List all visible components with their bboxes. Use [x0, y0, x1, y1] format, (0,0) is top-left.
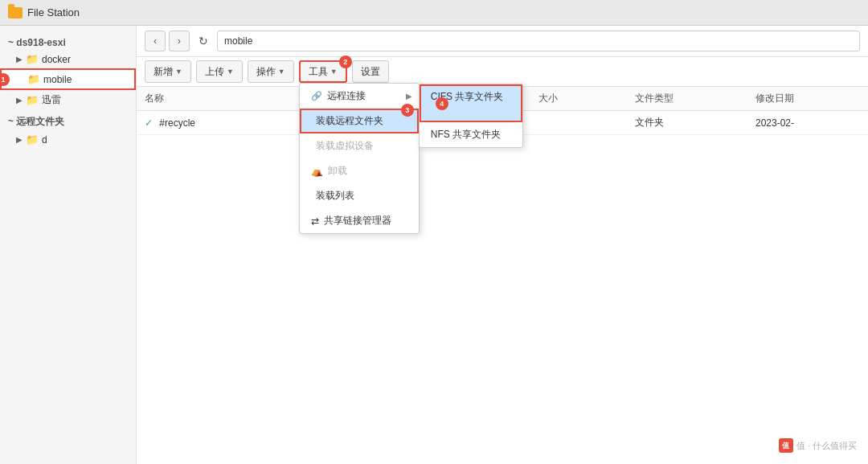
sidebar-server-label: ~ ds918-esxi	[0, 32, 136, 50]
col-type: 文件类型	[627, 87, 747, 111]
watermark-logo: 值	[779, 438, 793, 453]
unmount-icon: ⛺	[311, 166, 323, 177]
file-size-cell	[530, 111, 627, 135]
col-size: 大小	[530, 87, 627, 111]
toolbar: ‹ › ↻	[137, 26, 868, 57]
tools-dropdown-menu: 🔗 远程连接 ▶ CIFS 共享文件夹 4 NFS 共享文件夹	[299, 83, 420, 234]
share-manager-item[interactable]: ⇄ 共享链接管理器	[300, 208, 419, 233]
tools-dropdown-container: 工具 ▼ 2 🔗 远程连接 ▶ CIFS 共享文件夹	[299, 60, 347, 83]
main-content: ‹ › ↻ 新增 ▼ 上传 ▼ 操作 ▼ 工具 ▼	[137, 26, 868, 464]
operate-button[interactable]: 操作 ▼	[248, 60, 294, 83]
settings-button[interactable]: 设置	[352, 60, 389, 83]
col-date: 修改日期	[747, 87, 868, 111]
folder-icon: 📁	[26, 94, 39, 106]
caret-icon: ▼	[278, 68, 285, 76]
badge-1: 1	[0, 73, 10, 86]
sidebar-remote-label: ~ 远程文件夹	[0, 110, 136, 130]
action-bar: 新增 ▼ 上传 ▼ 操作 ▼ 工具 ▼ 2	[137, 57, 868, 87]
caret-icon: ▼	[330, 68, 338, 76]
folder-icon: 📁	[27, 73, 40, 85]
caret-icon: ▼	[175, 68, 182, 76]
file-type-cell: 文件夹	[627, 111, 747, 135]
refresh-button[interactable]: ↻	[193, 31, 214, 51]
mount-remote-item[interactable]: 装载远程文件夹 3	[300, 109, 419, 133]
mount-virtual-item: 装载虚拟设备	[300, 133, 419, 158]
sidebar-item-xunlei[interactable]: ▶ 📁 迅雷	[0, 90, 136, 110]
upload-button[interactable]: 上传 ▼	[196, 60, 243, 83]
submenu-item-nfs[interactable]: NFS 共享文件夹	[420, 122, 522, 147]
tools-button[interactable]: 工具 ▼ 2	[299, 60, 347, 83]
submenu-arrow-icon: ▶	[406, 92, 412, 101]
connect-icon: 🔗	[311, 91, 322, 101]
share-icon: ⇄	[311, 216, 319, 227]
remote-connect-submenu: CIFS 共享文件夹 4 NFS 共享文件夹	[419, 84, 523, 148]
sidebar-item-mobile[interactable]: ▶ 📁 mobile 1	[0, 68, 136, 90]
app-container: ~ ds918-esxi ▶ 📁 docker ▶ 📁 mobile 1 ▶ 📁…	[0, 26, 868, 464]
back-button[interactable]: ‹	[145, 31, 166, 51]
recycle-icon: ✓	[145, 117, 153, 129]
folder-icon: 📁	[26, 133, 39, 146]
badge-2: 2	[339, 55, 352, 68]
badge-3: 3	[401, 104, 414, 117]
file-date-cell: 2023-02-	[747, 111, 868, 135]
mount-list-item[interactable]: 装载列表	[300, 183, 419, 208]
unmount-item: ⛺ 卸载	[300, 158, 419, 183]
remote-connect-item[interactable]: 🔗 远程连接 ▶ CIFS 共享文件夹 4 NFS 共享文件夹	[300, 84, 419, 109]
sidebar: ~ ds918-esxi ▶ 📁 docker ▶ 📁 mobile 1 ▶ 📁…	[0, 26, 137, 464]
arrow-icon: ▶	[16, 96, 23, 105]
folder-icon: 📁	[26, 53, 39, 65]
submenu-item-cifs[interactable]: CIFS 共享文件夹 4	[420, 84, 522, 122]
path-input[interactable]	[217, 31, 860, 51]
arrow-icon: ▶	[16, 135, 23, 144]
sidebar-item-d[interactable]: ▶ 📁 d	[0, 130, 136, 149]
caret-icon: ▼	[227, 68, 234, 76]
app-icon	[8, 6, 23, 20]
badge-4: 4	[436, 97, 448, 110]
new-button[interactable]: 新增 ▼	[145, 60, 191, 83]
title-bar: File Station	[0, 0, 868, 26]
sidebar-item-docker[interactable]: ▶ 📁 docker	[0, 50, 136, 68]
app-title: File Station	[27, 6, 80, 18]
watermark-text: 值 · 什么值得买	[796, 440, 857, 452]
arrow-icon: ▶	[16, 55, 23, 64]
watermark: 值 值 · 什么值得买	[779, 438, 857, 453]
forward-button[interactable]: ›	[169, 31, 190, 51]
